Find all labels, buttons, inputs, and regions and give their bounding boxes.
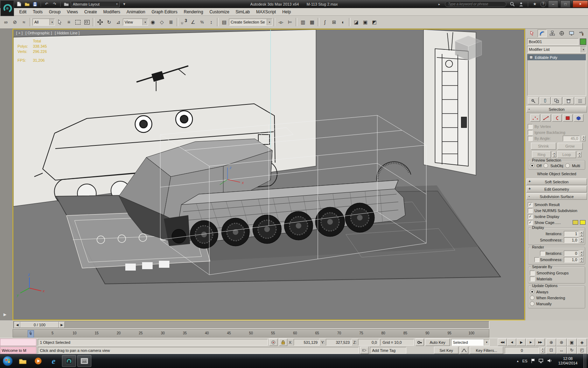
menu-group[interactable]: Group bbox=[46, 9, 64, 15]
pan-icon[interactable]: ↔ bbox=[556, 347, 566, 354]
orbit-icon[interactable]: ↻ bbox=[567, 347, 577, 354]
render-production-icon[interactable]: ◩ bbox=[370, 18, 379, 27]
menu-maxscript[interactable]: MAXScript bbox=[253, 9, 279, 15]
y-coord-field[interactable]: 327,523 bbox=[326, 339, 352, 346]
key-filters-curve-icon[interactable] bbox=[460, 347, 468, 354]
use-nurms-checkbox[interactable] bbox=[528, 208, 533, 213]
explorer-taskbar-icon[interactable] bbox=[16, 355, 30, 367]
object-name-field[interactable]: Box001 bbox=[527, 38, 579, 45]
element-subobject-icon[interactable] bbox=[574, 114, 583, 122]
save-file-icon[interactable] bbox=[31, 1, 38, 7]
redo-icon[interactable]: ↷ bbox=[51, 1, 58, 7]
polygon-subobject-icon[interactable] bbox=[563, 114, 573, 122]
align-icon[interactable]: ⊨ bbox=[286, 18, 294, 27]
project-folder-icon[interactable] bbox=[63, 1, 70, 7]
menu-animation[interactable]: Animation bbox=[124, 9, 148, 15]
vertex-subobject-icon[interactable] bbox=[530, 114, 540, 122]
select-object-icon[interactable] bbox=[55, 18, 64, 27]
maximize-viewport-icon[interactable]: ◰ bbox=[577, 347, 587, 354]
isolate-selection-icon[interactable] bbox=[269, 339, 278, 346]
menu-rendering[interactable]: Rendering bbox=[181, 9, 206, 15]
display-iterations-spinner[interactable]: ▴▾ bbox=[580, 231, 583, 237]
select-rotate-icon[interactable]: ↻ bbox=[105, 18, 113, 27]
ribbon-toggle-icon[interactable]: ▦ bbox=[308, 18, 316, 27]
select-manipulate-icon[interactable]: ◇ bbox=[158, 18, 166, 27]
rollout-edit-geometry[interactable]: + Edit Geometry bbox=[526, 186, 587, 192]
play-button[interactable]: ▶ bbox=[517, 339, 526, 346]
search-icon[interactable] bbox=[509, 1, 516, 7]
utilities-tab-icon[interactable] bbox=[577, 30, 586, 37]
auto-key-button[interactable]: Auto Key bbox=[425, 339, 450, 346]
viewport-orthographic[interactable]: [ + ] [ Orthographic ] [ Hidden Line ] T… bbox=[13, 29, 525, 320]
window-crossing-icon[interactable] bbox=[83, 18, 91, 27]
menu-graph-editors[interactable]: Graph Editors bbox=[148, 9, 181, 15]
hierarchy-tab-icon[interactable] bbox=[548, 30, 556, 37]
object-color-swatch[interactable] bbox=[580, 39, 586, 45]
menu-create[interactable]: Create bbox=[81, 9, 100, 15]
spinner-snap-icon[interactable]: ↕ bbox=[207, 18, 216, 27]
open-file-icon[interactable] bbox=[23, 1, 30, 7]
render-iterations-spinner[interactable]: ▴▾ bbox=[580, 251, 583, 256]
next-frame-button[interactable]: ▶ bbox=[59, 322, 65, 328]
mirror-icon[interactable]: ◃▹ bbox=[276, 18, 285, 27]
zoom-icon[interactable]: ⊕ bbox=[546, 339, 556, 346]
track-bar[interactable]: 0 0 5 10 15 20 25 30 35 40 45 50 55 60 6… bbox=[13, 329, 489, 338]
layer-manager-icon[interactable]: ▥ bbox=[299, 18, 307, 27]
preview-multi-radio[interactable] bbox=[565, 163, 570, 168]
menu-customize[interactable]: Customize bbox=[206, 9, 232, 15]
keyboard-override-icon[interactable]: ≣ bbox=[167, 18, 175, 27]
tray-hidden-icons-arrow[interactable]: ▲ bbox=[516, 360, 519, 363]
menu-views[interactable]: Views bbox=[64, 9, 81, 15]
viewport-menu-shading[interactable]: [ Hidden Line ] bbox=[55, 31, 79, 35]
undo-icon[interactable]: ↶ bbox=[43, 1, 50, 7]
border-subobject-icon[interactable] bbox=[552, 114, 562, 122]
selection-region-icon[interactable] bbox=[74, 18, 82, 27]
preview-subobj-radio[interactable] bbox=[544, 163, 548, 168]
display-iterations-field[interactable]: 1 bbox=[564, 231, 579, 237]
go-to-start-button[interactable]: ◀◀ bbox=[498, 339, 507, 346]
action-center-flag-icon[interactable] bbox=[531, 358, 536, 364]
show-end-result-icon[interactable] bbox=[540, 97, 551, 104]
new-scene-icon[interactable] bbox=[15, 1, 22, 7]
remove-modifier-icon[interactable] bbox=[563, 97, 574, 104]
ignore-backfacing-checkbox[interactable] bbox=[528, 130, 533, 135]
update-always-radio[interactable] bbox=[530, 289, 534, 294]
isoline-display-checkbox[interactable]: ✓ bbox=[528, 214, 533, 219]
render-iterations-checkbox[interactable] bbox=[540, 251, 545, 256]
stack-item-editable-poly[interactable]: Editable Poly bbox=[527, 54, 586, 60]
key-mode-dropdown[interactable]: Selected ▾ bbox=[451, 339, 490, 346]
update-when-rendering-radio[interactable] bbox=[530, 295, 534, 300]
grow-button[interactable]: Grow bbox=[558, 143, 583, 150]
modifier-stack[interactable]: Editable Poly bbox=[527, 54, 586, 96]
ring-button[interactable]: Ring bbox=[532, 151, 551, 158]
pivot-center-icon[interactable]: ◉ bbox=[148, 18, 157, 27]
z-coord-field[interactable]: 0,0 bbox=[358, 339, 379, 346]
viewport-menu-pov[interactable]: [ Orthographic ] bbox=[26, 31, 52, 35]
next-frame-transport-button[interactable]: ▶ bbox=[526, 339, 535, 346]
frame-spinner[interactable]: ▴▾ bbox=[541, 348, 545, 353]
previous-frame-button[interactable]: ◀ bbox=[14, 322, 20, 328]
viewport-menu-general[interactable]: [ + ] bbox=[16, 31, 23, 35]
current-frame-field[interactable]: 0 bbox=[505, 347, 539, 354]
by-vertex-checkbox[interactable] bbox=[528, 124, 533, 129]
show-cage-checkbox[interactable]: ✓ bbox=[528, 220, 533, 225]
pin-stack-icon[interactable] bbox=[528, 97, 539, 104]
network-icon[interactable] bbox=[539, 359, 544, 364]
macro-recorder-strip[interactable] bbox=[0, 339, 36, 346]
close-button[interactable]: × bbox=[573, 0, 588, 8]
start-button[interactable] bbox=[1, 354, 14, 368]
ring-spinner[interactable]: ▴▾ bbox=[552, 152, 556, 157]
update-manually-radio[interactable] bbox=[530, 301, 534, 306]
application-menu-button[interactable] bbox=[0, 0, 14, 16]
schematic-view-icon[interactable]: ⊞ bbox=[330, 18, 338, 27]
curve-editor-icon[interactable]: ∫ bbox=[321, 18, 329, 27]
maximize-button[interactable]: □ bbox=[560, 0, 570, 8]
select-by-name-icon[interactable]: ≡ bbox=[64, 18, 73, 27]
unlink-icon[interactable]: ⊘ bbox=[10, 18, 19, 27]
taskbar-clock[interactable]: 12:08 12/04/2014 bbox=[555, 356, 580, 366]
motion-tab-icon[interactable] bbox=[558, 30, 566, 37]
snap-toggle-3d-icon[interactable]: 3∪ bbox=[180, 18, 188, 27]
key-filters-button[interactable]: Key Filters... bbox=[470, 347, 503, 354]
wmp-taskbar-icon[interactable] bbox=[31, 355, 45, 367]
rollout-subdivision-surface[interactable]: - Subdivision Surface bbox=[526, 193, 587, 200]
